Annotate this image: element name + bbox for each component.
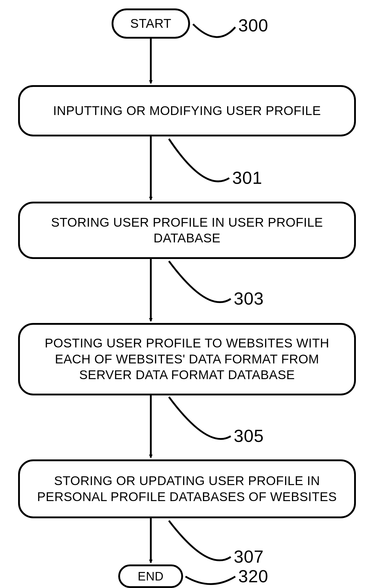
step-1-text: INPUTTING OR MODIFYING USER PROFILE	[53, 103, 321, 119]
start-node: START	[112, 8, 190, 39]
start-label: START	[130, 16, 171, 32]
step-4-node: STORING OR UPDATING USER PROFILE IN PERS…	[18, 459, 356, 518]
ref-320: 320	[238, 566, 268, 586]
step-1-node: INPUTTING OR MODIFYING USER PROFILE	[18, 85, 356, 136]
ref-307: 307	[234, 546, 264, 567]
step-3-text: POSTING USER PROFILE TO WEBSITES WITH EA…	[32, 335, 342, 383]
flowchart-canvas: START 300 INPUTTING OR MODIFYING USER PR…	[0, 0, 374, 588]
end-label: END	[138, 569, 164, 584]
ref-305: 305	[234, 426, 264, 446]
step-2-node: STORING USER PROFILE IN USER PROFILE DAT…	[18, 202, 356, 259]
end-node: END	[118, 564, 183, 588]
ref-301: 301	[232, 168, 262, 188]
step-4-text: STORING OR UPDATING USER PROFILE IN PERS…	[32, 473, 342, 505]
ref-303: 303	[234, 288, 264, 308]
step-2-text: STORING USER PROFILE IN USER PROFILE DAT…	[32, 215, 342, 246]
step-3-node: POSTING USER PROFILE TO WEBSITES WITH EA…	[18, 323, 356, 395]
ref-300: 300	[238, 15, 268, 35]
